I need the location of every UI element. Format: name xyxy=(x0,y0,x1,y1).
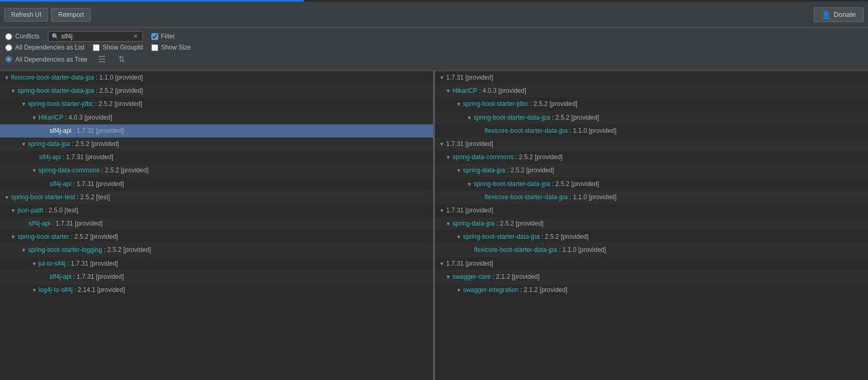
show-groupid-checkbox-group: Show GroupId xyxy=(93,44,143,51)
chevron-icon: ▼ xyxy=(21,141,26,147)
show-size-checkbox-group: Show Size xyxy=(151,44,191,51)
right-tree-item[interactable]: ▼swagger-core : 2.1.2 [provided] xyxy=(435,270,868,284)
left-tree-item[interactable]: ▼spring-data-commons : 2.5.2 [provided] xyxy=(0,164,433,177)
all-deps-list-radio[interactable] xyxy=(5,44,12,51)
left-tree-item[interactable]: ▼log4j-to-slf4j : 2.14.1 [provided] xyxy=(0,284,433,297)
artifact-name: spring-boot-starter-data-jpa xyxy=(463,233,539,240)
artifact-name: flexicore-boot-starter-data-jpa xyxy=(11,74,94,81)
left-tree-item[interactable]: ▼jul-to-slf4j : 1.7.31 [provided] xyxy=(0,257,433,270)
chevron-icon: ▼ xyxy=(467,181,472,187)
left-tree-item[interactable]: ▼spring-data-jpa : 2.5.2 [provided] xyxy=(0,138,433,151)
version-text: : 2.5.2 [provided] xyxy=(505,167,554,174)
right-tree-item[interactable]: ▼spring-data-commons : 2.5.2 [provided] xyxy=(435,151,868,164)
chevron-icon: ▼ xyxy=(32,287,37,293)
right-tree-item[interactable]: ▼1.7.31 [provided] xyxy=(435,138,868,151)
version-text: : 1.7.31 [provided] xyxy=(61,153,113,161)
artifact-name: spring-boot-starter-data-jpa xyxy=(474,114,550,121)
search-icon: 🔍 xyxy=(52,33,59,40)
right-tree-item[interactable]: ▼spring-boot-starter-data-jpa : 2.5.2 [p… xyxy=(435,111,868,124)
version-text: : 2.5.2 [provided] xyxy=(93,100,142,108)
version-text: : 1.7.31 [provided] xyxy=(71,180,123,188)
all-deps-list-label: All Dependencies as List xyxy=(15,44,84,51)
left-tree-item[interactable]: ▼flexicore-boot-starter-data-jpa : 1.1.0… xyxy=(0,71,433,84)
chevron-icon: ▼ xyxy=(32,115,37,121)
left-tree-item[interactable]: slf4j-api : 1.7.31 [provided] xyxy=(0,217,433,230)
version-text: : 2.5.2 [provided] xyxy=(102,246,151,254)
chevron-icon: ▼ xyxy=(456,287,461,293)
left-tree-item[interactable]: slf4j-api : 1.7.31 [provided] xyxy=(0,151,433,164)
artifact-name: flexicore-boot-starter-data-jpa xyxy=(485,193,567,201)
artifact-name: spring-data-commons xyxy=(452,153,514,161)
artifact-name: spring-data-jpa xyxy=(463,167,505,174)
artifact-name: HikariCP xyxy=(38,114,63,121)
right-tree-item[interactable]: flexicore-boot-starter-data-jpa : 1.1.0 … xyxy=(435,124,868,138)
chevron-icon: ▼ xyxy=(11,88,16,94)
show-size-checkbox[interactable] xyxy=(151,44,158,51)
chevron-icon: ▼ xyxy=(21,247,26,253)
artifact-name: slf4j-api xyxy=(50,273,71,280)
version-text: : 2.5.2 [provided] xyxy=(539,233,589,240)
left-tree-item[interactable]: ▼spring-boot-starter-test : 2.5.2 [test] xyxy=(0,191,433,204)
right-tree-item[interactable]: ▼1.7.31 [provided] xyxy=(435,204,868,217)
version-text: : 1.7.31 [provided] xyxy=(71,127,123,134)
controls-bar: Conflicts 🔍 ✕ Filter All Dependencies as… xyxy=(0,28,868,71)
version-text: : 2.5.2 [provided] xyxy=(94,87,143,94)
version-text: : 4.0.3 [provided] xyxy=(477,87,526,94)
left-tree-item[interactable]: slf4j-api : 1.7.31 [provided] xyxy=(0,124,433,138)
right-tree-item[interactable]: ▼1.7.31 [provided] xyxy=(435,257,868,270)
right-tree-item[interactable]: ▼1.7.31 [provided] xyxy=(435,71,868,84)
artifact-name: flexicore-boot-starter-data-jpa xyxy=(474,246,557,254)
left-tree-item[interactable]: slf4j-api : 1.7.31 [provided] xyxy=(0,270,433,284)
show-groupid-label: Show GroupId xyxy=(102,44,143,51)
controls-row-2: All Dependencies as List Show GroupId Sh… xyxy=(5,44,863,51)
right-tree-item[interactable]: ▼spring-data-jpa : 2.5.2 [provided] xyxy=(435,217,868,230)
version-text: : 2.5.2 [test] xyxy=(75,193,110,201)
right-tree-item[interactable]: ▼spring-data-jpa : 2.5.2 [provided] xyxy=(435,164,868,177)
left-tree-item[interactable]: slf4j-api : 1.7.31 [provided] xyxy=(0,178,433,191)
artifact-name: HikariCP xyxy=(452,87,477,94)
all-deps-tree-radio[interactable] xyxy=(5,56,12,63)
left-tree-item[interactable]: ▼spring-boot-starter-logging : 2.5.2 [pr… xyxy=(0,243,433,257)
version-text: : 2.5.2 [provided] xyxy=(514,153,563,161)
right-tree-item[interactable]: flexicore-boot-starter-data-jpa : 1.1.0 … xyxy=(435,243,868,257)
artifact-name: spring-boot-starter-data-jpa xyxy=(474,180,550,188)
donate-button[interactable]: 👤 Donate xyxy=(814,7,864,22)
right-tree-item[interactable]: ▼spring-boot-starter-data-jpa : 2.5.2 [p… xyxy=(435,178,868,191)
left-tree-item[interactable]: ▼spring-boot-starter-data-jpa : 2.5.2 [p… xyxy=(0,84,433,98)
right-tree-item[interactable]: ▼spring-boot-starter-data-jpa : 2.5.2 [p… xyxy=(435,230,868,243)
left-tree-item[interactable]: ▼HikariCP : 4.0.3 [provided] xyxy=(0,111,433,124)
show-groupid-checkbox[interactable] xyxy=(93,44,100,51)
chevron-icon: ▼ xyxy=(446,221,451,227)
conflicts-radio[interactable] xyxy=(5,33,12,40)
chevron-icon: ▼ xyxy=(4,194,9,200)
toolbar: Refresh UI Reimport 👤 Donate xyxy=(0,2,868,28)
version-text: : 1.1.0 [provided] xyxy=(567,127,616,134)
refresh-ui-button[interactable]: Refresh UI xyxy=(4,8,48,22)
collapse-all-button[interactable]: ☰ xyxy=(96,53,108,65)
artifact-name: spring-boot-starter-jdbc xyxy=(28,100,93,108)
artifact-name: slf4j-api xyxy=(50,127,71,134)
reimport-button[interactable]: Reimport xyxy=(51,8,91,22)
chevron-icon: ▼ xyxy=(439,141,445,147)
right-tree-item[interactable]: ▼swagger-integration : 2.1.2 [provided] xyxy=(435,284,868,297)
artifact-name: spring-boot-starter-test xyxy=(11,193,75,201)
chevron-icon: ▼ xyxy=(32,261,37,267)
chevron-icon: ▼ xyxy=(32,168,37,173)
filter-checkbox[interactable] xyxy=(151,33,158,40)
expand-button[interactable]: ⇅ xyxy=(116,53,127,65)
all-deps-list-radio-group: All Dependencies as List xyxy=(5,44,84,51)
right-tree-item[interactable]: flexicore-boot-starter-data-jpa : 1.1.0 … xyxy=(435,191,868,204)
left-tree-item[interactable]: ▼json-path : 2.5.0 [test] xyxy=(0,204,433,217)
left-tree-item[interactable]: ▼spring-boot-starter : 2.5.2 [provided] xyxy=(0,230,433,243)
right-tree-item[interactable]: ▼HikariCP : 4.0.3 [provided] xyxy=(435,84,868,98)
clear-search-button[interactable]: ✕ xyxy=(132,33,139,40)
artifact-name: json-path xyxy=(17,207,43,214)
chevron-icon: ▼ xyxy=(4,75,9,81)
controls-row-1: Conflicts 🔍 ✕ Filter xyxy=(5,31,863,42)
left-panel: ▼flexicore-boot-starter-data-jpa : 1.1.0… xyxy=(0,71,434,380)
version-text: : 1.7.31 [provided] xyxy=(71,273,123,280)
right-tree-item[interactable]: ▼spring-boot-starter-jdbc : 2.5.2 [provi… xyxy=(435,98,868,111)
search-input[interactable] xyxy=(61,33,130,40)
version-text: : 1.7.31 [provided] xyxy=(65,260,118,267)
left-tree-item[interactable]: ▼spring-boot-starter-jdbc : 2.5.2 [provi… xyxy=(0,98,433,111)
